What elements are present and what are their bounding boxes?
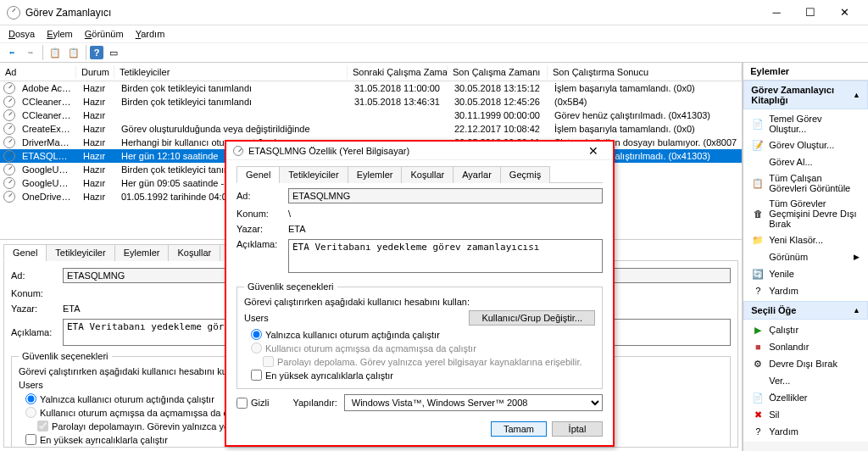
tab-triggers[interactable]: Tetikleyiciler bbox=[46, 244, 114, 261]
dlg-tab-general[interactable]: Genel bbox=[236, 166, 280, 183]
task-scheduler-icon bbox=[7, 6, 20, 19]
task-status: Hazır bbox=[78, 164, 116, 175]
cancel-button[interactable]: İptal bbox=[552, 421, 603, 437]
dlg-config-select[interactable]: Windows Vista™, Windows Server™ 2008 bbox=[344, 394, 603, 411]
menu-help[interactable]: Yardım bbox=[131, 27, 170, 41]
dlg-chk-highest[interactable] bbox=[251, 370, 262, 381]
detail-chk-highest[interactable] bbox=[25, 434, 36, 445]
action-item[interactable]: Ver... bbox=[747, 372, 865, 389]
dlg-radio-any[interactable] bbox=[251, 342, 262, 354]
change-user-button[interactable]: Kullanıcı/Grup Değiştir... bbox=[469, 310, 595, 326]
dlg-name-field[interactable] bbox=[288, 188, 603, 203]
dlg-radio1-label: Yalnızca kullanıcı oturum açtığında çalı… bbox=[265, 330, 440, 340]
dlg-config-label: Yapılandır: bbox=[292, 398, 337, 408]
action-item[interactable]: 📄Temel Görev Oluştur... bbox=[747, 111, 865, 136]
action-icon: ⚙ bbox=[752, 358, 764, 370]
action-label: Çalıştır bbox=[769, 325, 860, 335]
nav-back-button[interactable]: ⬅ bbox=[3, 44, 20, 61]
detail-radio-any[interactable] bbox=[25, 407, 36, 418]
task-list-header: Ad Durum Tetikleyiciler Sonraki Çalışma … bbox=[0, 63, 742, 81]
action-item[interactable]: Görünüm▶ bbox=[747, 248, 865, 265]
ok-button[interactable]: Tamam bbox=[491, 421, 547, 437]
dlg-tab-actions[interactable]: Eylemler bbox=[348, 166, 403, 183]
toolbar-icon-2[interactable]: 📋 bbox=[65, 44, 82, 61]
dlg-tab-triggers[interactable]: Tetikleyiciler bbox=[279, 166, 348, 183]
action-label: Özellikler bbox=[769, 393, 860, 403]
dlg-chk-pwd[interactable] bbox=[263, 356, 274, 367]
help-icon[interactable]: ? bbox=[90, 46, 103, 59]
task-name: CCleaner Up... bbox=[17, 97, 78, 107]
actions-group-library[interactable]: Görev Zamanlayıcı Kitaplığı▲ bbox=[743, 81, 868, 109]
dlg-tab-history[interactable]: Geçmiş bbox=[500, 166, 550, 183]
action-item[interactable]: 📝Görev Oluştur... bbox=[747, 136, 865, 153]
col-triggers[interactable]: Tetikleyiciler bbox=[114, 65, 348, 79]
tab-general[interactable]: Genel bbox=[3, 244, 47, 261]
col-status[interactable]: Durum bbox=[76, 65, 114, 79]
task-row[interactable]: CreateExplor...HazırGörev oluşturulduğun… bbox=[0, 122, 742, 136]
tab-conditions[interactable]: Koşullar bbox=[168, 244, 220, 261]
actions-group-selected[interactable]: Seçili Öğe▲ bbox=[743, 301, 868, 320]
action-icon bbox=[752, 375, 764, 387]
task-next: 31.05.2018 13:46:31 bbox=[349, 97, 449, 107]
toolbar-icon-3[interactable]: ▭ bbox=[105, 44, 122, 61]
task-row[interactable]: CCleanerSki...Hazır30.11.1999 00:00:00Gö… bbox=[0, 109, 742, 122]
task-icon bbox=[3, 164, 15, 175]
dlg-location-label: Konum: bbox=[236, 209, 283, 219]
nav-forward-button[interactable]: ➡ bbox=[22, 44, 39, 61]
action-label: Temel Görev Oluştur... bbox=[769, 114, 860, 134]
dlg-chk-highest-label: En yüksek ayrıcalıklarla çalıştır bbox=[265, 370, 393, 381]
action-label: Görünüm bbox=[769, 252, 849, 262]
action-item[interactable]: 📋Tüm Çalışan Görevleri Görüntüle bbox=[747, 170, 865, 196]
action-item[interactable]: ✖Sil bbox=[747, 406, 865, 423]
dlg-tab-settings[interactable]: Ayarlar bbox=[453, 166, 501, 183]
maximize-button[interactable]: ☐ bbox=[793, 1, 827, 25]
detail-location-label: Konum: bbox=[11, 288, 58, 298]
dlg-desc-label: Açıklama: bbox=[236, 239, 283, 249]
task-row[interactable]: Adobe Acro...HazırBirden çok tetikleyici… bbox=[0, 81, 742, 95]
action-item[interactable]: ■Sonlandır bbox=[747, 338, 865, 355]
dialog-close-button[interactable]: ✕ bbox=[581, 144, 606, 158]
dlg-radio-logged-on[interactable] bbox=[251, 329, 262, 340]
menu-file[interactable]: Dosya bbox=[3, 27, 40, 41]
menu-action[interactable]: Eylem bbox=[42, 27, 78, 41]
dlg-desc-field[interactable]: ETA Veritabanı yedekleme görev zamanlayı… bbox=[288, 239, 603, 273]
action-icon: 🔄 bbox=[752, 268, 764, 280]
task-name: OneDrive St... bbox=[17, 192, 78, 202]
action-item[interactable]: Görev Al... bbox=[747, 153, 865, 170]
action-item[interactable]: ?Yardım bbox=[747, 423, 865, 440]
action-item[interactable]: 📄Özellikler bbox=[747, 389, 865, 406]
col-name[interactable]: Ad bbox=[0, 65, 76, 79]
dlg-chk-hidden[interactable] bbox=[236, 398, 248, 409]
detail-radio-logged-on[interactable] bbox=[25, 393, 36, 404]
actions-pane-title: Eylemler bbox=[743, 63, 868, 81]
action-item[interactable]: ▶Çalıştır bbox=[747, 321, 865, 338]
close-button[interactable]: ✕ bbox=[827, 1, 861, 25]
action-item[interactable]: 🔄Yenile bbox=[747, 265, 865, 282]
action-item[interactable]: 📁Yeni Klasör... bbox=[747, 231, 865, 248]
task-row[interactable]: CCleaner Up...HazırBirden çok tetikleyic… bbox=[0, 95, 742, 109]
task-status: Hazır bbox=[78, 178, 116, 188]
col-last-run[interactable]: Son Çalışma Zamanı bbox=[448, 65, 548, 79]
col-next-run[interactable]: Sonraki Çalışma Zamanı bbox=[348, 65, 448, 79]
toolbar: ⬅ ➡ 📋 📋 ? ▭ bbox=[0, 42, 868, 63]
action-icon: 📄 bbox=[752, 392, 764, 404]
action-label: Görev Al... bbox=[769, 157, 860, 167]
col-last-result[interactable]: Son Çalıştırma Sonucu bbox=[548, 65, 742, 79]
action-icon: ■ bbox=[752, 341, 764, 353]
minimize-button[interactable]: ─ bbox=[760, 1, 793, 25]
action-item[interactable]: ⚙Devre Dışı Bırak bbox=[747, 355, 865, 372]
action-item[interactable]: ?Yardım bbox=[747, 282, 865, 299]
action-item[interactable]: 🗑Tüm Görevler Geçmişini Devre Dışı Bırak bbox=[747, 196, 865, 231]
dlg-author-label: Yazar: bbox=[236, 224, 283, 234]
toolbar-icon-1[interactable]: 📋 bbox=[47, 44, 64, 61]
detail-chk-pwd[interactable] bbox=[37, 420, 48, 432]
detail-security-legend: Güvenlik seçenekleri bbox=[19, 351, 112, 361]
task-icon bbox=[3, 150, 15, 162]
tab-actions[interactable]: Eylemler bbox=[114, 244, 170, 261]
action-icon: ▶ bbox=[752, 324, 764, 336]
dlg-tab-conditions[interactable]: Koşullar bbox=[401, 166, 453, 183]
action-label: Sil bbox=[769, 409, 860, 420]
task-result: İşlem başarıyla tamamlandı. (0x0) bbox=[549, 124, 742, 134]
menu-view[interactable]: Görünüm bbox=[80, 27, 129, 41]
task-trigger: Birden çok tetikleyici tanımlandı bbox=[116, 83, 349, 93]
